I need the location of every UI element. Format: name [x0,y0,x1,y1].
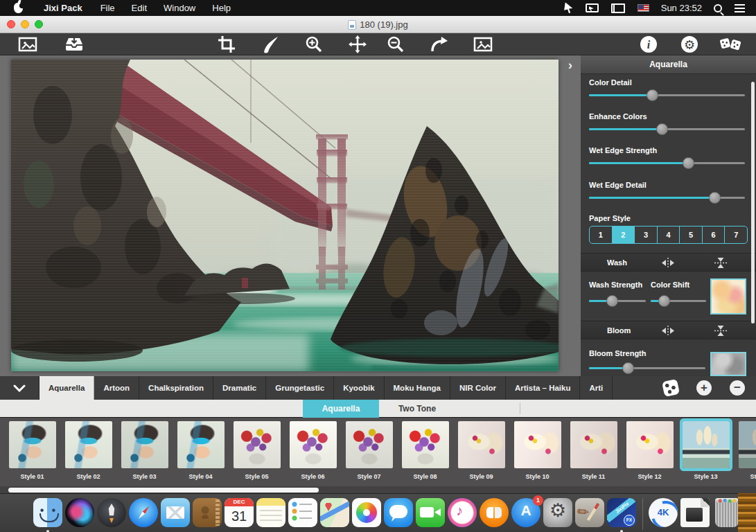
style-thumbnail-image[interactable] [402,421,449,468]
dock-app-icon[interactable] [680,498,710,527]
slider[interactable] [589,94,745,96]
style-thumbnail[interactable]: Style 05 [229,421,285,480]
dock-app-icon[interactable] [715,498,739,527]
dock-app-icon[interactable] [65,498,94,527]
slider[interactable] [589,197,745,199]
paper-style-option[interactable]: 4 [657,227,680,243]
menu-item[interactable]: File [92,0,123,16]
dock-app[interactable] [64,497,96,532]
menubar-clock[interactable]: Sun 23:52 [656,3,707,13]
random-style-die-icon[interactable] [662,379,680,397]
preset-tab[interactable]: Kyoobik [334,376,384,400]
dock-app[interactable] [128,497,159,532]
panel-scrollbar[interactable] [751,82,755,323]
flip-horizontal-icon[interactable] [661,257,675,272]
sub-tab[interactable]: Two Tone [379,400,455,418]
slider-knob[interactable] [647,89,658,101]
style-thumbnail-image[interactable] [346,421,393,468]
brush-button[interactable] [257,35,283,54]
panel-collapse-chevron[interactable]: › [563,58,578,73]
dock-app[interactable] [319,497,351,532]
preset-tab[interactable]: Chalkspiration [139,376,213,400]
dock-app-icon[interactable] [352,498,381,527]
spotlight-icon[interactable] [714,4,722,12]
bloom-strength-slider[interactable] [589,367,705,369]
displays-icon[interactable] [611,3,625,13]
pan-button[interactable] [344,35,371,54]
style-thumbnail-image[interactable] [234,421,281,468]
paper-style-option[interactable]: 2 [612,227,635,243]
style-thumbnail-image[interactable] [9,421,56,468]
dock-app[interactable] [638,497,647,532]
style-thumbnail[interactable]: Style 01 [4,421,60,480]
style-thumbnail[interactable]: Style 04 [173,421,229,480]
dock-app-icon[interactable] [575,498,604,527]
dock-app-icon[interactable] [288,498,317,527]
style-thumbnail[interactable]: Style 11 [565,421,622,480]
preset-tab[interactable]: Moku Hanga [385,376,450,400]
slider-knob[interactable] [606,295,618,307]
menu-item[interactable]: Help [204,0,239,16]
slider-knob[interactable] [656,123,668,135]
paper-style-option[interactable]: 6 [702,227,725,243]
style-thumbnail[interactable]: Style 08 [397,421,453,480]
dock-app[interactable] [191,497,223,532]
wash-section-header[interactable]: Wash [581,253,756,272]
slider[interactable] [589,162,745,164]
dock-app[interactable] [383,497,414,532]
dock-app-icon[interactable] [256,498,285,527]
paper-style-option[interactable]: 1 [590,227,612,243]
randomize-dice-button[interactable] [717,35,744,54]
style-thumbnail-image[interactable] [458,421,505,468]
menu-item[interactable]: Edit [123,0,155,16]
dock-app[interactable] [414,497,446,532]
bloom-section-header[interactable]: Bloom [581,321,756,339]
original-preview-button[interactable] [470,35,496,54]
flip-horizontal-icon[interactable] [661,325,675,339]
paper-style-option[interactable]: 5 [679,227,702,243]
preset-tab[interactable]: Grungetastic [266,376,334,400]
zoom-out-button[interactable] [383,35,409,54]
dock-app[interactable] [647,497,679,532]
sub-tab[interactable]: Aquarella [303,400,379,418]
dock-app-icon[interactable] [607,498,636,527]
dock-app-icon[interactable] [193,498,222,527]
dock-app[interactable]: DEC 31 [223,497,255,532]
slider-knob[interactable] [683,157,694,169]
dock-app[interactable]: 1 [510,497,542,532]
bloom-texture-swatch[interactable] [710,352,746,376]
wash-strength-slider[interactable] [589,300,646,302]
thumbnail-scrollbar-track[interactable] [0,486,756,493]
cursor-icon[interactable] [563,2,574,14]
preset-tab[interactable]: Artista – Haiku [506,376,581,400]
dock-app-icon[interactable] [33,498,62,527]
preset-tab[interactable]: Arti [580,376,613,400]
dock-app[interactable] [478,497,510,532]
style-thumbnail[interactable]: Style 03 [116,421,173,480]
add-preset-button[interactable]: + [696,380,712,396]
flip-vertical-icon[interactable] [714,325,728,339]
watercolor-preview[interactable] [11,60,559,371]
redo-button[interactable] [426,35,452,54]
slider[interactable] [589,128,745,130]
style-thumbnail[interactable]: Style 10 [509,421,565,480]
dock-app-icon[interactable] [543,498,572,527]
style-thumbnail-image[interactable] [626,421,674,468]
style-thumbnail-image[interactable] [65,421,112,468]
dock-app[interactable] [542,497,574,532]
style-thumbnail[interactable]: Style 02 [60,421,116,480]
preset-tab[interactable]: Artoon [94,376,139,400]
slider-knob[interactable] [658,295,670,307]
style-thumbnail[interactable]: Style 09 [453,421,509,480]
style-thumbnail-image[interactable] [739,421,756,468]
export-button[interactable] [61,35,87,54]
style-thumbnail-image[interactable] [177,421,225,468]
style-thumbnail-image[interactable] [121,421,168,468]
open-image-button[interactable] [15,35,41,54]
dock-app-icon[interactable] [161,498,190,527]
dock-app-icon[interactable]: DEC 31 [225,498,254,527]
notification-list-icon[interactable] [735,4,745,12]
flip-vertical-icon[interactable] [714,257,728,272]
preset-tab[interactable]: Dramatic [213,376,266,400]
dock-app[interactable] [446,497,478,532]
